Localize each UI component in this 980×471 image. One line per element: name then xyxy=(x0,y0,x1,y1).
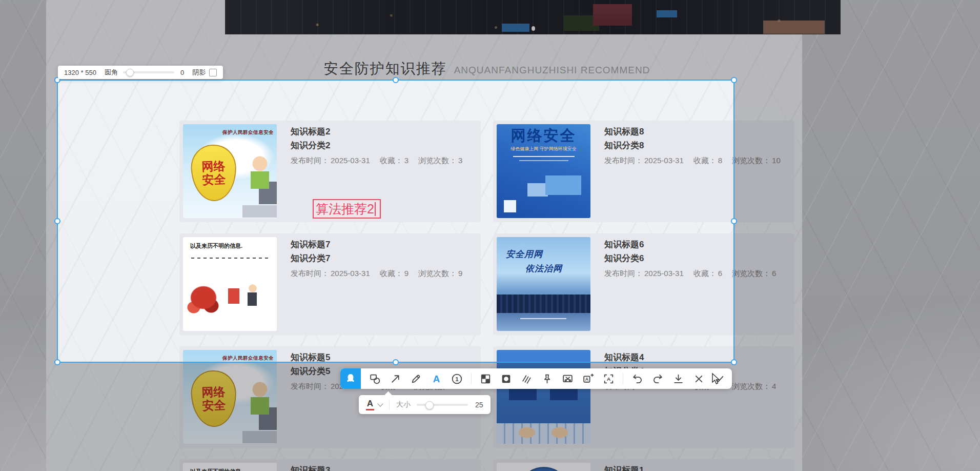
font-size-label: 大小 xyxy=(396,400,411,409)
download-button[interactable] xyxy=(672,372,685,385)
selection-handle-bottom-right[interactable] xyxy=(731,359,737,365)
font-color-dropdown[interactable]: A xyxy=(366,399,374,410)
snip-toolbar: A 1 A A xyxy=(340,368,732,389)
popup-divider xyxy=(389,400,390,410)
corner-radius-label: 圆角 xyxy=(105,68,118,77)
clip-tool-button[interactable] xyxy=(561,372,574,385)
selection-handle-right-middle[interactable] xyxy=(731,218,737,224)
text-annotation-value: 算法推荐2 xyxy=(316,203,374,215)
mouse-cursor xyxy=(710,372,722,387)
arrow-tool-button[interactable] xyxy=(389,372,402,385)
selection-handle-bottom-left[interactable] xyxy=(54,359,60,365)
snip-dim-overlay-right xyxy=(734,80,980,362)
text-annotation-box[interactable]: 算法推荐2 xyxy=(313,199,381,219)
corner-radius-value: 0 xyxy=(180,69,184,76)
translate-tool-button[interactable]: A xyxy=(582,372,595,385)
hatch-mosaic-tool-button[interactable] xyxy=(520,372,533,385)
toolbar-divider xyxy=(623,373,623,384)
font-size-slider[interactable] xyxy=(417,404,468,406)
text-cursor xyxy=(375,202,376,216)
toolbar-divider xyxy=(471,373,472,384)
selection-handle-top-right[interactable] xyxy=(731,77,737,83)
text-options-popup: A 大小 25 xyxy=(359,395,491,414)
svg-text:A: A xyxy=(607,376,610,382)
snip-dim-overlay-left xyxy=(0,80,57,362)
number-step-tool-button[interactable]: 1 xyxy=(451,372,463,385)
selection-handle-top-middle[interactable] xyxy=(393,77,399,83)
qq-penguin-logo xyxy=(340,368,361,389)
shapes-tool-button[interactable] xyxy=(369,372,381,385)
font-color-swatch xyxy=(366,409,374,410)
svg-text:A: A xyxy=(585,377,589,382)
selection-size-readout: 1320 * 550 xyxy=(64,69,96,76)
text-tool-button[interactable]: A xyxy=(430,372,443,385)
font-size-value: 25 xyxy=(475,401,483,409)
pen-tool-button[interactable] xyxy=(410,372,422,385)
selection-handle-left-middle[interactable] xyxy=(54,218,60,224)
pin-tool-button[interactable] xyxy=(541,372,554,385)
shadow-checkbox[interactable] xyxy=(209,69,217,76)
font-size-slider-handle[interactable] xyxy=(425,401,434,409)
font-color-letter: A xyxy=(367,399,373,408)
selection-handle-bottom-middle[interactable] xyxy=(393,359,399,365)
snip-size-pill: 1320 * 550 圆角 0 阴影 xyxy=(58,66,223,79)
mosaic-checker-tool-button[interactable] xyxy=(479,372,492,385)
svg-text:A: A xyxy=(433,373,440,384)
shadow-label: 阴影 xyxy=(192,68,206,77)
undo-button[interactable] xyxy=(631,372,644,385)
corner-radius-slider[interactable] xyxy=(123,71,174,73)
ocr-tool-button[interactable]: A xyxy=(602,372,615,385)
chevron-down-icon[interactable] xyxy=(377,401,383,406)
snip-selection-rect[interactable] xyxy=(57,80,734,363)
close-button[interactable] xyxy=(692,372,705,385)
penguin-icon xyxy=(344,372,357,385)
corner-radius-slider-handle[interactable] xyxy=(126,69,134,76)
spotlight-tool-button[interactable] xyxy=(500,372,513,385)
redo-button[interactable] xyxy=(651,372,664,385)
svg-text:1: 1 xyxy=(455,376,459,382)
